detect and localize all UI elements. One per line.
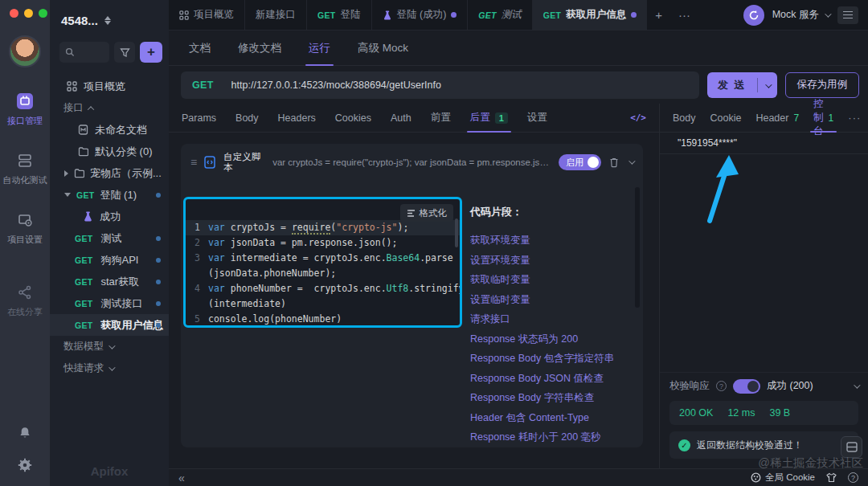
tab-new-api[interactable]: 新建接口 [245, 0, 307, 30]
code-lines[interactable]: 1var cryptoJs = require("crypto-js");2va… [186, 220, 460, 327]
snippet-link[interactable]: Response Body JSON 值检查 [470, 369, 628, 389]
save-as-case-button[interactable]: 保存为用例 [785, 72, 860, 98]
tab-settings[interactable]: 设置 [527, 104, 547, 132]
enable-toggle[interactable]: 启用 [559, 154, 601, 170]
tab-test[interactable]: GET 测试 [468, 0, 533, 30]
snippet-link[interactable]: Response Body 字符串检查 [470, 388, 628, 408]
code-line[interactable]: 4var phoneNumber = cryptoJs.enc.Utf8.str… [186, 281, 460, 296]
tree-item-test[interactable]: GET 测试 [50, 227, 169, 249]
generate-code-icon[interactable]: </> [630, 112, 646, 123]
tab-advanced-mock[interactable]: 高级 Mock [358, 31, 408, 65]
editor-scrollbar[interactable] [455, 218, 458, 247]
collapse-script-chevron[interactable] [628, 157, 635, 164]
tree-item-unnamed-doc[interactable]: 未命名文档 [50, 119, 169, 141]
layout-toggle-button[interactable] [841, 436, 862, 458]
notifications-bell-icon[interactable] [15, 423, 35, 443]
tree-item-success-case[interactable]: 成功 [50, 206, 169, 227]
environment-select[interactable]: Mock 服务 [772, 8, 829, 22]
tab-post-processors[interactable]: 后置 1 [470, 104, 508, 132]
close-window-button[interactable] [10, 9, 18, 18]
url-input[interactable]: GET http://127.0.0.1:4523/mock/388694/ge… [181, 71, 699, 99]
validate-status[interactable]: 成功 (200) [767, 379, 813, 393]
snippet-link[interactable]: 获取临时变量 [470, 270, 628, 290]
collapse-validate-chevron[interactable] [854, 382, 860, 388]
tab-edit-docs[interactable]: 修改文档 [238, 31, 281, 65]
tab-console[interactable]: 控制台 1 [813, 104, 833, 132]
code-line[interactable]: (intermediate) [186, 296, 460, 312]
tab-run[interactable]: 运行 [309, 31, 330, 65]
tree-item-petstore[interactable]: 宠物店（示例... [50, 162, 169, 184]
help-icon[interactable]: ? [716, 381, 727, 391]
tab-body[interactable]: Body [235, 104, 259, 132]
rail-item-api-management[interactable]: 接口管理 [7, 92, 43, 127]
snippet-link[interactable]: Response 状态码为 200 [470, 329, 628, 349]
tree-item-test-api[interactable]: GET 测试接口 [50, 292, 169, 314]
global-cookie-button[interactable]: 全局 Cookie [751, 472, 815, 484]
send-button[interactable]: 发 送 [707, 72, 777, 98]
snippet-link[interactable]: Header 包含 Content-Type [470, 408, 628, 428]
tab-response-header[interactable]: Header 7 [755, 104, 799, 132]
tab-project-overview[interactable]: 项目概览 [169, 0, 245, 30]
response-more-icon[interactable]: ··· [848, 112, 861, 124]
code-line[interactable]: (jsonData.phoneNumber); [186, 266, 460, 281]
menu-button[interactable] [837, 6, 858, 24]
tree-item-default-category[interactable]: 默认分类 (0) [50, 141, 169, 162]
rail-item-automated-testing[interactable]: 自动化测试 [3, 151, 47, 186]
search-input[interactable] [78, 47, 102, 58]
tree-item-get-user-info[interactable]: GET 获取用户信息 [50, 314, 169, 336]
drag-handle-icon[interactable]: ≡ [190, 156, 196, 169]
maximize-window-button[interactable] [39, 9, 47, 18]
minimize-window-button[interactable] [24, 9, 33, 18]
snippet-link[interactable]: 请求接口 [470, 309, 628, 329]
tab-response-body[interactable]: Body [673, 104, 696, 132]
tab-headers[interactable]: Headers [278, 104, 316, 132]
tab-login-success[interactable]: 登陆 (成功) [372, 0, 469, 30]
console-output[interactable]: "1591954****" [660, 133, 868, 154]
help-button[interactable]: ? [848, 472, 858, 483]
avatar[interactable] [9, 35, 41, 67]
tree-item-project-overview[interactable]: 项目概览 [50, 76, 169, 97]
rail-item-project-settings[interactable]: 项目设置 [7, 210, 43, 246]
rail-item-online-share[interactable]: 在线分享 [7, 283, 43, 318]
collapse-sidebar-icon[interactable]: « [178, 472, 185, 484]
tab-docs[interactable]: 文档 [189, 31, 211, 65]
tree-item-login[interactable]: GET 登陆 (1) [50, 184, 169, 206]
code-line[interactable]: 2var jsonData = pm.response.json(); [186, 235, 460, 251]
search-box[interactable] [59, 42, 109, 63]
code-line[interactable]: 3var intermediate = cryptoJs.enc.Base64.… [186, 251, 460, 266]
tree-item-dog-api[interactable]: GET 狗狗API [50, 249, 169, 271]
validate-toggle[interactable] [733, 379, 760, 394]
snippet-link[interactable]: 设置环境变量 [470, 251, 628, 271]
section-quick-requests[interactable]: 快捷请求 [50, 357, 169, 379]
section-api[interactable]: 接口 [50, 97, 169, 119]
new-tab-button[interactable]: + [647, 0, 670, 30]
format-button[interactable]: 格式化 [400, 204, 454, 222]
settings-gear-icon[interactable] [15, 455, 35, 475]
section-data-models[interactable]: 数据模型 [50, 336, 169, 357]
send-options-chevron[interactable] [758, 79, 777, 91]
header-count-badge: 7 [793, 112, 799, 124]
delete-script-icon[interactable] [608, 157, 620, 168]
tab-pre-processors[interactable]: 前置 [431, 104, 451, 132]
snippet-link[interactable]: 设置临时变量 [470, 290, 628, 310]
tab-cookies[interactable]: Cookies [335, 104, 371, 132]
tab-params[interactable]: Params [182, 104, 216, 132]
sync-button[interactable] [743, 5, 764, 26]
tab-login[interactable]: GET 登陆 [307, 0, 372, 30]
add-button[interactable]: + [140, 42, 162, 63]
tree-item-star-get[interactable]: GET star获取 [50, 271, 169, 292]
filter-button[interactable] [114, 42, 135, 63]
snippet-link[interactable]: Response Body 包含字指定符串 [470, 349, 628, 369]
tab-response-cookie[interactable]: Cookie [710, 104, 742, 132]
tab-get-user-info[interactable]: GET 获取用户信息 [533, 0, 648, 30]
snippet-link[interactable]: 获取环境变量 [470, 231, 628, 251]
snippets-scrollbar[interactable] [635, 187, 640, 308]
tab-more-button[interactable]: ··· [670, 0, 698, 30]
snippet-link[interactable]: Response 耗时小于 200 毫秒 [470, 427, 628, 447]
code-line[interactable]: 5console.log(phoneNumber) [186, 312, 460, 327]
code-line[interactable]: 1var cryptoJs = require("crypto-js"); [186, 220, 460, 235]
code-editor[interactable]: 格式化 1var cryptoJs = require("crypto-js")… [183, 197, 462, 328]
theme-icon[interactable] [826, 472, 837, 483]
tab-auth[interactable]: Auth [391, 104, 411, 132]
project-selector[interactable]: 4548... [50, 0, 169, 40]
